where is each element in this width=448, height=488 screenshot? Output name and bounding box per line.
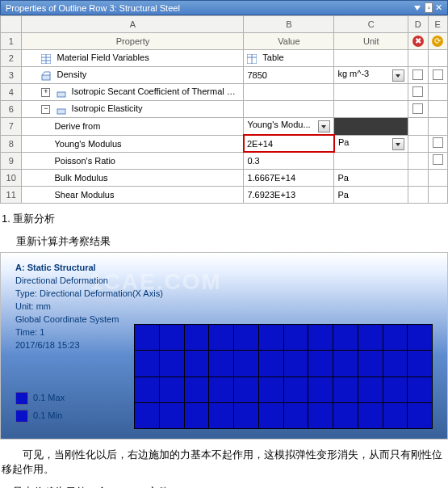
youngs-modulus-unit[interactable]: Pa [334, 135, 408, 152]
table-icon [41, 54, 51, 64]
legend-color-min [15, 410, 28, 423]
header-property: Property [22, 33, 244, 50]
delete-icon[interactable]: ✖ [412, 36, 424, 47]
result-title: A: Static Structural [15, 263, 96, 272]
checkbox[interactable] [412, 86, 423, 97]
shear-modulus-unit: Pa [334, 187, 408, 204]
header-unit: Unit [334, 33, 408, 50]
density-unit[interactable]: kg m^-3 [334, 67, 408, 84]
poissons-ratio-value[interactable]: 0.3 [244, 152, 334, 170]
mesh-grid [134, 324, 433, 429]
material-field-variables[interactable]: Material Field Variables [22, 50, 244, 67]
bulk-modulus-value: 1.6667E+14 [244, 170, 334, 187]
mfv-value[interactable]: Table [244, 50, 334, 67]
window-title: Properties of Outline Row 3: Structural … [6, 3, 180, 13]
result-viewport: 1CAE.COM A: Static Structural Directiona… [0, 252, 448, 440]
col-E[interactable]: E [428, 16, 447, 33]
paragraph: 重新计算并考察结果 [16, 234, 448, 249]
svg-rect-7 [42, 75, 50, 80]
derive-from-label: Derive from [22, 118, 244, 136]
col-B[interactable]: B [244, 16, 334, 33]
chevron-down-icon[interactable] [318, 120, 330, 133]
legend-color-max [15, 392, 28, 405]
col-A[interactable]: A [22, 16, 244, 33]
column-letter-row: A B C D E [1, 16, 448, 33]
checkbox[interactable] [433, 137, 443, 148]
header-row: 1 Property Value Unit ✖ ⟳ [1, 33, 448, 50]
dropdown-icon[interactable] [414, 6, 421, 11]
col-D[interactable]: D [408, 16, 428, 33]
table-icon [247, 54, 257, 64]
checkbox[interactable] [412, 69, 423, 80]
property-icon [57, 105, 66, 115]
collapse-icon[interactable]: − [41, 105, 50, 114]
bulk-modulus-label: Bulk Modulus [22, 170, 244, 187]
shear-modulus-value: 7.6923E+13 [244, 187, 334, 204]
mesh-plot [134, 324, 433, 429]
youngs-modulus-label: Young's Modulus [22, 135, 244, 152]
bulk-modulus-unit: Pa [334, 170, 408, 187]
table-row: 3 Density 7850 kg m^-3 [1, 67, 448, 84]
list-item-1: 1. 重新分析 [2, 212, 448, 226]
unit-blank [334, 118, 408, 136]
chevron-down-icon[interactable] [392, 138, 404, 150]
isotropic-secant-label[interactable]: + Isotropic Secant Coefficient of Therma… [22, 84, 244, 101]
table-row-selected: 8 Young's Modulus 2E+14 Pa [1, 135, 448, 152]
col-C[interactable]: C [334, 16, 408, 33]
window-titlebar: Properties of Outline Row 3: Structural … [0, 0, 448, 15]
table-row: 4 + Isotropic Secant Coefficient of Ther… [1, 84, 448, 101]
warn-icon[interactable]: ⟳ [432, 36, 443, 47]
poissons-ratio-label: Poisson's Ratio [22, 152, 244, 170]
table-row: 6 − Isotropic Elasticity [1, 101, 448, 118]
shear-modulus-label: Shear Modulus [22, 187, 244, 204]
youngs-modulus-value[interactable]: 2E+14 [244, 135, 334, 152]
svg-rect-9 [57, 109, 65, 114]
expand-icon[interactable]: + [41, 88, 50, 97]
table-row: 11 Shear Modulus 7.6923E+13 Pa [1, 187, 448, 204]
color-legend: 0.1 Max 0.1 Min [15, 392, 65, 423]
table-row: 2 Material Field Variables Table [1, 50, 448, 67]
checkbox[interactable] [433, 69, 443, 80]
list-item-2: 2. 导出位移为另外一个 EXCEL 文件 [2, 485, 448, 488]
table-row: 7 Derive from Young's Modu... [1, 118, 448, 136]
property-icon [57, 88, 66, 98]
isotropic-elasticity-label[interactable]: − Isotropic Elasticity [22, 101, 244, 118]
table-row: 10 Bulk Modulus 1.6667E+14 Pa [1, 170, 448, 187]
header-value: Value [244, 33, 334, 50]
checkbox[interactable] [433, 154, 443, 165]
density-value[interactable]: 7850 [244, 67, 334, 84]
derive-from-value[interactable]: Young's Modu... [244, 118, 334, 136]
checkbox[interactable] [412, 103, 423, 114]
close-icon[interactable]: ✕ [435, 2, 442, 13]
paragraph: 可见，当刚性化以后，右边施加的力基本不起作用，这模拟弹性变形消失，从而只有刚性位… [2, 448, 448, 477]
chevron-down-icon[interactable] [392, 69, 404, 82]
svg-rect-8 [57, 92, 65, 97]
table-row: 9 Poisson's Ratio 0.3 [1, 152, 448, 170]
minimize-button[interactable]: ▫ [425, 2, 433, 13]
density-label[interactable]: Density [22, 67, 244, 84]
property-icon [41, 71, 51, 81]
property-grid: A B C D E 1 Property Value Unit ✖ ⟳ 2 Ma… [0, 15, 448, 204]
